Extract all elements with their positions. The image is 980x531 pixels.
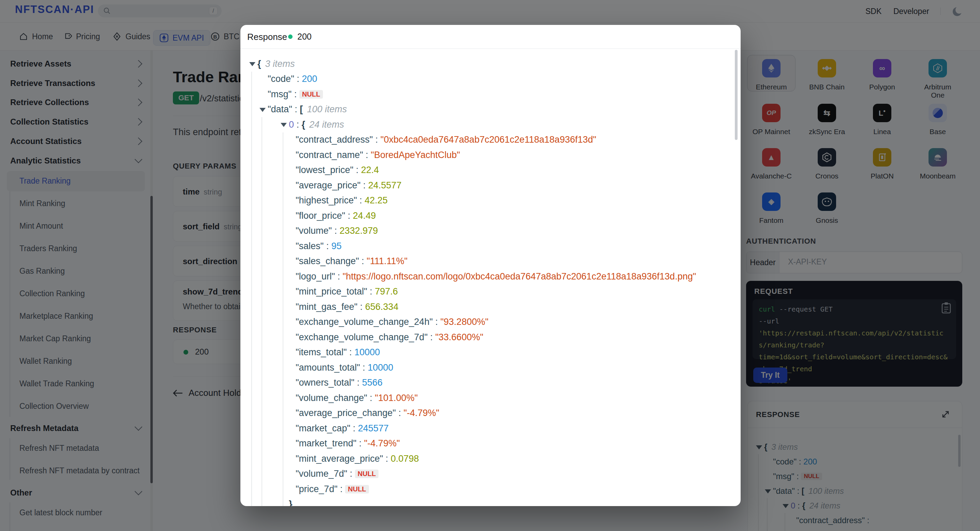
json-row-highest_price: "highest_price" : 42.25 [240,193,732,209]
json-indent-guide [251,72,252,506]
response-modal: Response 200 {3 items"code" : 200"msg" :… [240,25,741,506]
json-row-index-0[interactable]: 0 : {24 items [240,117,732,132]
modal-scrollbar-thumb[interactable] [735,50,738,140]
json-indent-guide [261,117,262,506]
json-row-mint_gas_fee: "mint_gas_fee" : 656.334 [240,299,732,315]
json-row-sales_change: "sales_change" : "111.11%" [240,254,732,269]
json-row-exchange_volume_change_7d: "exchange_volume_change_7d" : "33.6600%" [240,330,732,345]
json-row-volume_change: "volume_change" : "101.00%" [240,391,732,406]
json-row-volume: "volume" : 2332.979 [240,223,732,239]
json-row-price_7d: "price_7d" : NULL [240,482,732,497]
json-row-volume_7d: "volume_7d" : NULL [240,467,732,482]
status-dot [288,35,293,39]
json-row-floor_price: "floor_price" : 24.49 [240,208,732,223]
json-indent-guide [283,132,283,506]
json-row-mint_average_price: "mint_average_price" : 0.0798 [240,451,732,467]
modal-header: Response 200 [240,25,741,48]
json-row-market_trend: "market_trend" : "-4.79%" [240,436,732,451]
divider [240,48,741,49]
json-row-msg: "msg" : NULL [240,87,732,102]
modal-status-code: 200 [298,32,312,41]
json-row-market_cap: "market_cap" : 245577 [240,421,732,436]
collapse-arrow-icon[interactable] [249,62,255,66]
json-row-sales: "sales" : 95 [240,239,732,254]
modal-title: Response [247,32,287,42]
json-row: } [240,497,732,506]
modal-status: 200 [288,32,312,41]
json-row[interactable]: {3 items [240,56,732,72]
json-row-contract_name: "contract_name" : "BoredApeYachtClub" [240,147,732,163]
json-row-contract_address: "contract_address" : "0xbc4ca0eda7647a8a… [240,132,732,148]
collapse-arrow-icon[interactable] [281,123,287,127]
json-row-mint_price_total: "mint_price_total" : 797.6 [240,284,732,300]
modal-json-tree: {3 items"code" : 200"msg" : NULL"data" :… [240,56,732,506]
json-row-amounts_total: "amounts_total" : 10000 [240,360,732,375]
json-row-logo_url: "logo_url" : "https://logo.nftscan.com/l… [240,269,732,284]
json-row-exchange_volume_change_24h: "exchange_volume_change_24h" : "93.2800%… [240,315,732,330]
json-row-average_price: "average_price" : 24.5577 [240,178,732,193]
json-row-data[interactable]: "data" : [100 items [240,102,732,117]
json-row-lowest_price: "lowest_price" : 22.4 [240,163,732,178]
json-row-code: "code" : 200 [240,72,732,87]
json-row-owners_total: "owners_total" : 5566 [240,375,732,391]
collapse-arrow-icon[interactable] [259,108,266,112]
json-row-average_price_change: "average_price_change" : "-4.79%" [240,406,732,421]
json-row-items_total: "items_total" : 10000 [240,345,732,360]
